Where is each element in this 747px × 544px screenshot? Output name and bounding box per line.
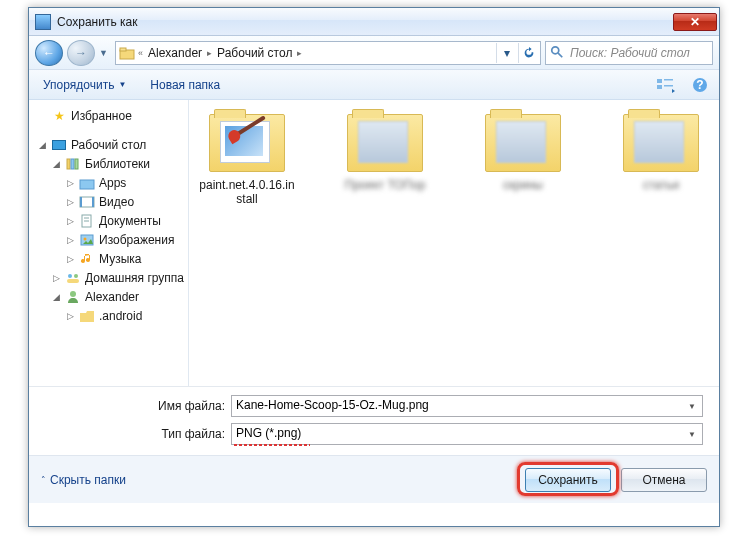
svg-rect-6: [664, 79, 673, 81]
svg-point-2: [552, 46, 559, 53]
hide-folders-link[interactable]: ˄ Скрыть папки: [41, 473, 126, 487]
item-label: Проект ТОПор: [335, 178, 435, 192]
folder-item[interactable]: Проект ТОПор: [335, 114, 435, 192]
forward-button[interactable]: →: [67, 40, 95, 66]
expand-icon[interactable]: ▷: [65, 311, 75, 321]
help-icon: ?: [692, 77, 708, 93]
svg-point-22: [68, 274, 72, 278]
sidebar-item-android[interactable]: ▷.android: [37, 306, 188, 325]
sidebar-item-user[interactable]: ◢Alexander: [37, 287, 188, 306]
folder-item[interactable]: статьи: [611, 114, 711, 192]
svg-rect-15: [80, 197, 82, 207]
sidebar-item-music[interactable]: ▷Музыка: [37, 249, 188, 268]
chevron-right-icon[interactable]: ▸: [297, 48, 302, 58]
homegroup-icon: [65, 270, 81, 286]
collapse-icon[interactable]: ◢: [51, 159, 61, 169]
sidebar-item-pictures[interactable]: ▷Изображения: [37, 230, 188, 249]
sidebar-item-favorites[interactable]: ★Избранное: [37, 106, 188, 125]
star-icon: ★: [51, 108, 67, 124]
collapse-icon[interactable]: ◢: [51, 292, 61, 302]
expand-icon[interactable]: ▷: [65, 178, 75, 188]
save-button[interactable]: Сохранить: [525, 468, 611, 492]
help-button[interactable]: ?: [689, 74, 711, 96]
sidebar-item-homegroup[interactable]: ▷Домашняя группа: [37, 268, 188, 287]
save-fields: Имя файла: Kane-Home-Scoop-15-Oz.-Mug.pn…: [29, 386, 719, 455]
svg-rect-16: [92, 197, 94, 207]
breadcrumb-seg-2[interactable]: Рабочий стол: [214, 46, 295, 60]
svg-rect-13: [80, 180, 94, 189]
save-label: Сохранить: [538, 473, 598, 487]
chevron-down-icon[interactable]: ▼: [684, 398, 700, 414]
search-placeholder: Поиск: Рабочий стол: [570, 46, 690, 60]
organize-button[interactable]: Упорядочить ▼: [37, 75, 132, 95]
folder-item[interactable]: paint.net.4.0.16.install: [197, 114, 297, 207]
addr-dropdown[interactable]: ▾: [496, 43, 516, 63]
filename-label: Имя файла:: [147, 399, 225, 413]
item-label: статьи: [611, 178, 711, 192]
monitor-icon: [51, 137, 67, 153]
search-input[interactable]: Поиск: Рабочий стол: [545, 41, 713, 65]
folder-item[interactable]: скрины: [473, 114, 573, 192]
address-bar[interactable]: « Alexander ▸ Рабочий стол ▸ ▾: [115, 41, 541, 65]
folder-icon: [209, 114, 285, 172]
arrow-right-icon: →: [75, 46, 87, 60]
chevron-down-icon[interactable]: ▼: [684, 426, 700, 442]
filetype-select[interactable]: PNG (*.png) ▼: [231, 423, 703, 445]
app-icon: [35, 14, 51, 30]
collapse-icon[interactable]: ◢: [37, 140, 47, 150]
location-icon: [118, 44, 136, 62]
svg-point-25: [70, 291, 76, 297]
expand-icon[interactable]: ▷: [65, 235, 75, 245]
sidebar-item-documents[interactable]: ▷Документы: [37, 211, 188, 230]
chevron-right-icon[interactable]: ▸: [207, 48, 212, 58]
window-title: Сохранить как: [57, 15, 673, 29]
sidebar-item-desktop[interactable]: ◢Рабочий стол: [37, 135, 188, 154]
item-label: скрины: [473, 178, 573, 192]
svg-rect-1: [120, 48, 126, 51]
video-icon: [79, 194, 95, 210]
body: ★Избранное ◢Рабочий стол ◢Библиотеки ▷Ap…: [29, 100, 719, 386]
sidebar[interactable]: ★Избранное ◢Рабочий стол ◢Библиотеки ▷Ap…: [29, 100, 189, 386]
breadcrumb-sep: «: [138, 48, 143, 58]
folder-icon: [347, 114, 423, 172]
highlight-underline: [234, 444, 310, 446]
expand-icon[interactable]: ▷: [65, 197, 75, 207]
cancel-label: Отмена: [642, 473, 685, 487]
close-icon: ✕: [690, 15, 700, 29]
folder-icon: [485, 114, 561, 172]
folder-icon: [79, 308, 95, 324]
svg-point-21: [84, 237, 87, 240]
view-button[interactable]: [655, 74, 677, 96]
documents-icon: [79, 213, 95, 229]
toolbar: Упорядочить ▼ Новая папка ?: [29, 70, 719, 100]
breadcrumb-seg-1[interactable]: Alexander: [145, 46, 205, 60]
back-button[interactable]: ←: [35, 40, 63, 66]
svg-rect-10: [67, 159, 70, 169]
cancel-button[interactable]: Отмена: [621, 468, 707, 492]
expand-icon[interactable]: ▷: [65, 216, 75, 226]
expand-icon[interactable]: ▷: [51, 273, 61, 283]
search-icon: [550, 45, 566, 61]
chevron-down-icon: ▼: [118, 80, 126, 89]
titlebar[interactable]: Сохранить как ✕: [29, 8, 719, 36]
expand-icon[interactable]: ▷: [65, 254, 75, 264]
svg-text:?: ?: [696, 78, 703, 92]
filename-input[interactable]: Kane-Home-Scoop-15-Oz.-Mug.png ▼: [231, 395, 703, 417]
item-label: paint.net.4.0.16.install: [197, 178, 297, 207]
file-list[interactable]: paint.net.4.0.16.install Проект ТОПор ск…: [189, 100, 719, 386]
close-button[interactable]: ✕: [673, 13, 717, 31]
history-dropdown[interactable]: ▼: [99, 48, 111, 58]
svg-rect-14: [80, 197, 94, 207]
svg-rect-4: [657, 79, 662, 83]
hide-folders-label: Скрыть папки: [50, 473, 126, 487]
music-icon: [79, 251, 95, 267]
new-folder-button[interactable]: Новая папка: [144, 75, 226, 95]
refresh-button[interactable]: [518, 43, 538, 63]
filename-value: Kane-Home-Scoop-15-Oz.-Mug.png: [236, 398, 429, 412]
sidebar-item-libraries[interactable]: ◢Библиотеки: [37, 154, 188, 173]
user-icon: [65, 289, 81, 305]
sidebar-item-apps[interactable]: ▷Apps: [37, 173, 188, 192]
sidebar-item-video[interactable]: ▷Видео: [37, 192, 188, 211]
svg-point-23: [74, 274, 78, 278]
svg-rect-7: [664, 85, 673, 87]
